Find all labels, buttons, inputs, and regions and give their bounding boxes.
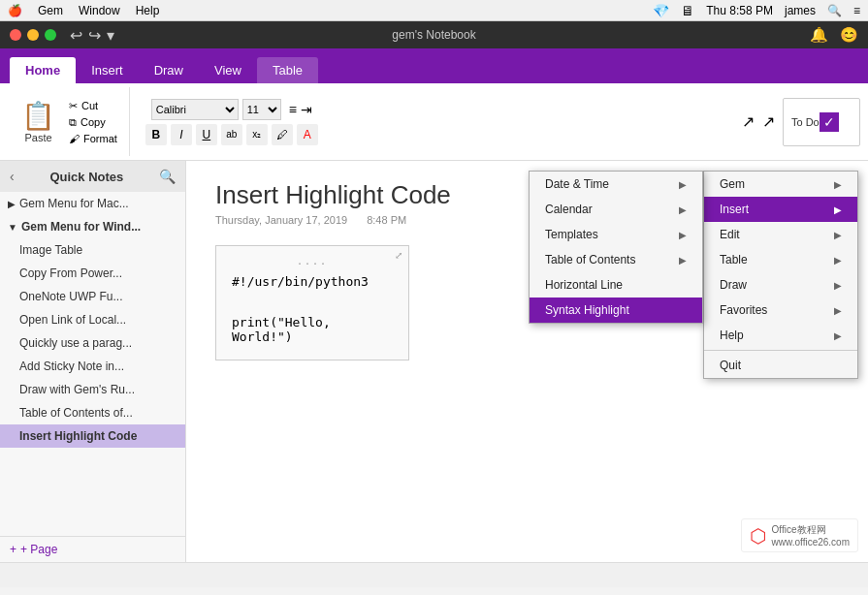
tab-view[interactable]: View xyxy=(199,57,257,83)
sidebar-section-mac[interactable]: ▶ Gem Menu for Mac... xyxy=(0,192,185,215)
display-icon: 🖥 xyxy=(681,3,694,18)
close-button[interactable] xyxy=(10,29,21,41)
menubar-right: 💎 🖥 Thu 8:58 PM james 🔍 ≡ xyxy=(653,3,860,18)
code-line-1: #!/usr/bin/python3 xyxy=(232,274,393,289)
sidebar-item-sticky[interactable]: Add Sticky Note in... xyxy=(0,355,185,378)
font-family-select[interactable]: Calibri xyxy=(151,99,239,120)
maximize-button[interactable] xyxy=(45,29,56,41)
sidebar-item-image-table[interactable]: Image Table xyxy=(0,238,185,262)
italic-button[interactable]: I xyxy=(171,124,192,145)
tab-insert[interactable]: Insert xyxy=(76,57,139,83)
main-layout: ‹ Quick Notes 🔍 ▶ Gem Menu for Mac... ▼ … xyxy=(0,161,868,562)
insert-submenu[interactable]: Date & Time ▶ Calendar ▶ Templates ▶ Tab… xyxy=(529,171,703,324)
sidebar-item-toc[interactable]: Table of Contents of... xyxy=(0,401,185,424)
sidebar-item-highlight-code[interactable]: Insert Highlight Code xyxy=(0,424,185,448)
help-menu-item[interactable]: Help xyxy=(136,4,160,17)
copy-icon: ⧉ xyxy=(69,116,77,129)
expand-icon[interactable]: ↗ xyxy=(762,112,775,131)
gem-menu-item[interactable]: Gem xyxy=(38,4,63,17)
office-icon: ⬡ xyxy=(750,524,766,548)
underline-button[interactable]: U xyxy=(196,124,217,145)
menu-item-favorites[interactable]: Favorites ▶ xyxy=(704,298,857,323)
title-bar: ↩ ↪ ▾ gem's Notebook 🔔 😊 xyxy=(0,21,868,48)
sidebar-items: ▶ Gem Menu for Mac... ▼ Gem Menu for Win… xyxy=(0,192,185,536)
menu-item-draw[interactable]: Draw ▶ xyxy=(704,272,857,298)
submenu-item-hline[interactable]: Horizontal Line xyxy=(530,272,702,298)
submenu-item-calendar[interactable]: Calendar ▶ xyxy=(530,197,702,222)
sidebar-search-icon[interactable]: 🔍 xyxy=(159,169,176,184)
cut-button[interactable]: ✂ Cut xyxy=(65,98,121,114)
content-area: Insert Highlight Code Thursday, January … xyxy=(186,161,868,562)
submenu-item-templates[interactable]: Templates ▶ xyxy=(530,222,702,247)
arrow-right-icon: ▶ xyxy=(834,305,842,316)
traffic-lights: ↩ ↪ ▾ xyxy=(10,26,114,45)
indent-icon[interactable]: ⇥ xyxy=(301,102,312,117)
bold-button[interactable]: B xyxy=(145,124,167,145)
forward-button[interactable]: ↪ xyxy=(88,26,101,45)
back-button[interactable]: ↩ xyxy=(70,26,82,45)
subscript-button[interactable]: x₂ xyxy=(246,124,268,145)
menu-item-gem[interactable]: Gem ▶ xyxy=(704,172,857,197)
paste-icon: 📋 xyxy=(21,100,55,132)
todo-widget: To Do ✓ xyxy=(783,98,860,146)
font-color-button[interactable]: A xyxy=(297,124,318,145)
font-size-select[interactable]: 11 xyxy=(242,99,281,120)
submenu-item-datetime[interactable]: Date & Time ▶ xyxy=(530,172,702,197)
sidebar-collapse-btn[interactable]: ‹ xyxy=(10,169,15,184)
menu-item-table[interactable]: Table ▶ xyxy=(704,247,857,272)
arrow-right-icon: ▶ xyxy=(679,255,687,266)
sidebar-add-page[interactable]: + + Page xyxy=(0,536,185,562)
menu-icon[interactable]: ≡ xyxy=(853,4,860,17)
gem-icon: 💎 xyxy=(653,3,669,18)
arrow-icon: ▶ xyxy=(8,199,16,209)
menu-divider xyxy=(704,350,857,351)
tab-home[interactable]: Home xyxy=(10,57,76,83)
menu-item-quit[interactable]: Quit xyxy=(704,353,857,378)
code-line-2 xyxy=(232,295,393,309)
font-row: Calibri 11 ≡ ⇥ xyxy=(151,99,312,120)
user-display: james xyxy=(785,4,816,17)
code-expand-icon[interactable]: ⤢ xyxy=(395,250,402,261)
note-date: Thursday, January 17, 2019 xyxy=(215,214,347,226)
sidebar-item-parag[interactable]: Quickly use a parag... xyxy=(0,331,185,355)
share-icon[interactable]: ↗ xyxy=(742,112,755,131)
todo-checkbox[interactable]: ✓ xyxy=(820,112,839,132)
copy-button[interactable]: ⧉ Copy xyxy=(65,114,121,131)
sidebar-item-copy-power[interactable]: Copy From Power... xyxy=(0,262,185,285)
arrow-right-icon: ▶ xyxy=(834,255,842,266)
menu-item-help[interactable]: Help ▶ xyxy=(704,323,857,348)
dropdown-button[interactable]: ▾ xyxy=(107,26,114,45)
menu-item-insert[interactable]: Insert ▶ xyxy=(704,197,857,222)
code-block: .... ⤢ #!/usr/bin/python3 print("Hello, … xyxy=(215,245,409,360)
apple-menu[interactable]: 🍎 xyxy=(8,4,22,17)
format-button[interactable]: 🖌 Format xyxy=(65,131,121,146)
todo-area: ↗ ↗ To Do ✓ xyxy=(742,98,860,146)
minimize-button[interactable] xyxy=(27,29,39,41)
submenu-item-toc[interactable]: Table of Contents ▶ xyxy=(530,247,702,272)
sidebar-item-draw[interactable]: Draw with Gem's Ru... xyxy=(0,378,185,401)
ribbon-group-paste: 📋 Paste ✂ Cut ⧉ Copy 🖌 Format xyxy=(8,87,130,156)
window-menu-item[interactable]: Window xyxy=(79,4,120,17)
paste-button[interactable]: 📋 Paste xyxy=(16,97,61,146)
notebook-title: gem's Notebook xyxy=(392,28,475,42)
tab-table[interactable]: Table xyxy=(257,57,318,83)
sidebar-item-open-link[interactable]: Open Link of Local... xyxy=(0,308,185,331)
user-avatar[interactable]: 😊 xyxy=(840,26,858,44)
highlight-button[interactable]: 🖊 xyxy=(272,124,293,145)
sidebar: ‹ Quick Notes 🔍 ▶ Gem Menu for Mac... ▼ … xyxy=(0,161,186,562)
menu-item-edit[interactable]: Edit ▶ xyxy=(704,222,857,247)
code-dots: .... xyxy=(232,256,393,266)
tab-draw[interactable]: Draw xyxy=(139,57,199,83)
bell-icon[interactable]: 🔔 xyxy=(810,26,828,44)
submenu-item-syntax[interactable]: Syntax Highlight xyxy=(530,298,702,323)
sidebar-item-onenote[interactable]: OneNote UWP Fu... xyxy=(0,285,185,308)
ribbon-group-font: Calibri 11 ≡ ⇥ B I U ab x₂ 🖊 A xyxy=(138,87,326,156)
sidebar-section-wind[interactable]: ▼ Gem Menu for Wind... xyxy=(0,215,185,238)
gem-dropdown-menu[interactable]: Gem ▶ Insert ▶ Edit ▶ Table ▶ Draw ▶ xyxy=(703,171,858,379)
arrow-icon: ▼ xyxy=(8,222,17,233)
arrow-right-icon: ▶ xyxy=(679,179,687,190)
search-icon[interactable]: 🔍 xyxy=(827,4,842,17)
list-icon[interactable]: ≡ xyxy=(289,102,297,117)
bottom-bar xyxy=(0,562,868,587)
strikethrough-button[interactable]: ab xyxy=(221,124,242,145)
